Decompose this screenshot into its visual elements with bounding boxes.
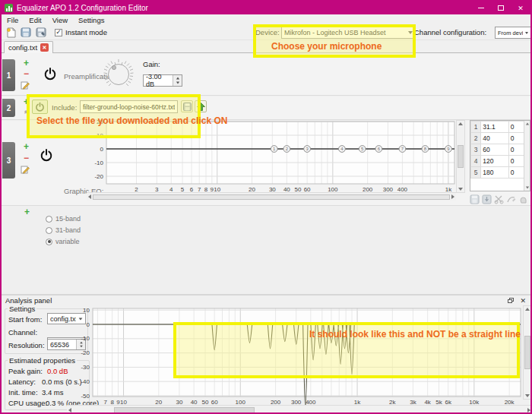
filter-list: 1 + − Preamplification: — [2, 53, 530, 295]
remove-filter-icon[interactable]: − — [21, 153, 31, 163]
maximize-button[interactable] — [491, 2, 511, 14]
spin-up-icon[interactable] — [176, 77, 179, 80]
radio-variable[interactable]: variable — [46, 238, 80, 245]
scroll-down-icon[interactable] — [458, 188, 463, 191]
add-filter-icon[interactable]: + — [21, 58, 31, 68]
analysis-graph[interactable]: 100-10-20-30-40-507891020304050601002003… — [67, 304, 532, 407]
browse-file-icon[interactable] — [181, 100, 193, 112]
band-row[interactable]: 131.10 — [471, 122, 524, 133]
scroll-left-icon[interactable] — [88, 194, 91, 199]
save-bands-icon[interactable] — [470, 194, 480, 204]
cut-icon[interactable] — [494, 194, 504, 204]
new-file-icon[interactable] — [5, 27, 17, 38]
edit-filter-icon[interactable] — [21, 81, 30, 90]
eq-tool-strip — [470, 194, 528, 204]
band-row[interactable]: 51800 — [471, 167, 524, 179]
band-gain[interactable]: 0 — [508, 167, 524, 179]
channel-config-label: Channel configuration: — [414, 28, 486, 36]
device-value: Mikrofon - Logitech USB Headset — [284, 29, 406, 36]
chevron-down-icon — [408, 31, 413, 34]
close-button[interactable]: ✕ — [511, 2, 530, 14]
svg-text:-10: -10 — [81, 335, 90, 342]
scrollbar-thumb[interactable] — [114, 407, 255, 413]
band-frequency[interactable]: 120 — [481, 156, 509, 167]
scrollbar-thumb[interactable] — [93, 194, 450, 200]
draw-curve-icon[interactable] — [506, 194, 516, 204]
eq-vertical-scrollbar[interactable] — [456, 120, 465, 193]
scroll-up-icon[interactable] — [458, 122, 463, 125]
band-frequency[interactable]: 60 — [481, 144, 509, 156]
save-file-icon[interactable] — [35, 27, 47, 38]
menu-file[interactable]: File — [2, 16, 24, 24]
band-frequency[interactable]: 40 — [481, 133, 509, 144]
chevron-down-icon — [525, 32, 528, 34]
close-panel-icon[interactable]: ✕ — [520, 297, 526, 305]
minimize-button[interactable] — [471, 2, 491, 14]
band-gain[interactable]: 0 — [508, 144, 524, 156]
remove-filter-icon[interactable]: − — [21, 69, 31, 79]
band-gain[interactable]: 0 — [508, 156, 524, 167]
spin-down-icon[interactable] — [176, 82, 179, 84]
graphic-eq-graph[interactable]: 20100-10-2023456789102030405060100200300… — [87, 119, 458, 194]
svg-text:-20: -20 — [81, 349, 90, 356]
band-row[interactable]: 41200 — [471, 156, 524, 167]
table-scrollbar[interactable] — [524, 121, 530, 191]
scroll-right-icon[interactable] — [527, 408, 530, 412]
radio-icon — [46, 239, 52, 245]
scroll-up-icon[interactable] — [525, 123, 528, 125]
band-row[interactable]: 3600 — [471, 144, 524, 156]
gain-spinbox[interactable]: -3.00 dB — [143, 74, 182, 87]
radio-31-band[interactable]: 31-band — [46, 226, 81, 234]
scroll-left-icon[interactable] — [68, 408, 71, 412]
scroll-up-icon[interactable] — [525, 308, 530, 311]
device-select[interactable]: Mikrofon - Logitech USB Headset — [281, 27, 416, 39]
band-gain[interactable]: 0 — [508, 122, 524, 133]
radio-15-band[interactable]: 15-band — [46, 215, 81, 223]
scrollbar-thumb[interactable] — [458, 145, 464, 168]
power-toggle[interactable] — [40, 148, 53, 162]
menu-bar: File Edit View Settings — [2, 14, 530, 25]
init-time-label: Init. time: — [8, 388, 38, 397]
tab-config-txt[interactable]: config.txt ✕ — [4, 41, 53, 53]
menu-edit[interactable]: Edit — [24, 16, 46, 24]
scroll-down-icon[interactable] — [525, 187, 528, 189]
menu-settings[interactable]: Settings — [73, 16, 109, 24]
analysis-horizontal-scrollbar[interactable] — [67, 405, 532, 414]
open-include-file-icon[interactable] — [195, 100, 207, 112]
device-label: Device: — [255, 28, 280, 36]
scroll-down-icon[interactable] — [525, 394, 530, 397]
channel-config-select[interactable]: From device (Mono) — [495, 27, 531, 39]
tab-close-icon[interactable]: ✕ — [40, 43, 49, 52]
band-frequency[interactable]: 31.1 — [481, 122, 509, 133]
row-number-badge: 1 — [2, 59, 15, 91]
band-index: 3 — [471, 144, 481, 156]
menu-view[interactable]: View — [47, 16, 73, 24]
band-index: 5 — [471, 167, 481, 179]
add-filter-icon[interactable]: + — [21, 97, 31, 107]
add-filter-icon[interactable]: + — [21, 142, 31, 152]
band-row[interactable]: 2400 — [471, 133, 524, 144]
import-bands-icon[interactable] — [482, 194, 492, 204]
power-toggle[interactable] — [43, 67, 57, 81]
instant-mode-checkbox[interactable]: ✓ — [55, 29, 62, 36]
include-power-toggle[interactable] — [32, 100, 48, 114]
float-panel-icon[interactable] — [508, 298, 515, 304]
init-time-value: 3.4 ms — [42, 388, 64, 397]
scrollbar-thumb[interactable] — [524, 336, 530, 369]
collapse-icon[interactable]: » — [21, 107, 31, 117]
band-gain[interactable]: 0 — [508, 133, 524, 144]
svg-text:10: 10 — [97, 132, 103, 139]
analysis-vertical-scrollbar[interactable] — [523, 305, 532, 400]
include-file-input[interactable] — [80, 100, 178, 113]
pan-icon[interactable] — [518, 194, 528, 204]
add-filter-icon[interactable]: + — [22, 207, 32, 217]
scroll-right-icon[interactable] — [451, 194, 454, 199]
edit-filter-icon[interactable] — [21, 165, 30, 175]
gain-knob[interactable] — [102, 58, 135, 91]
open-file-icon[interactable] — [20, 27, 32, 38]
row-number-badge: 2 — [2, 99, 15, 117]
tab-bar: config.txt ✕ — [2, 40, 530, 53]
band-frequency[interactable]: 180 — [481, 167, 509, 179]
window-title: Equalizer APO 1.2 Configuration Editor — [17, 4, 148, 12]
eq-horizontal-scrollbar[interactable] — [87, 192, 456, 201]
